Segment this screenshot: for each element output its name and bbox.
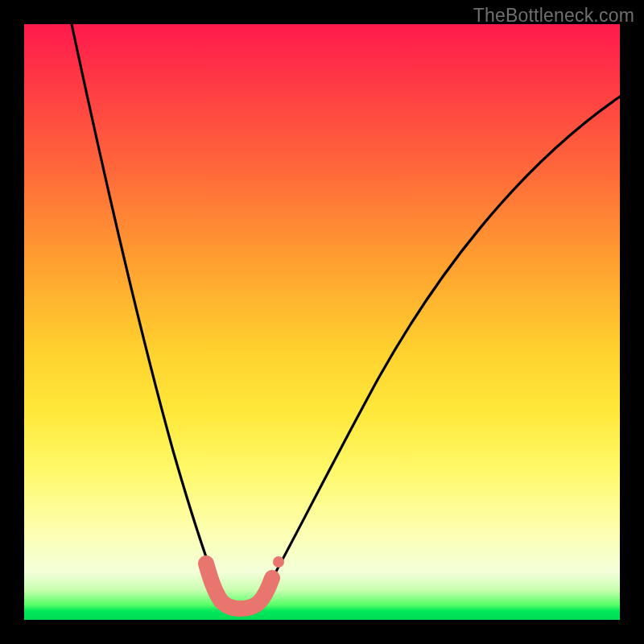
valley-highlight xyxy=(206,564,272,609)
bottleneck-curve xyxy=(72,24,620,608)
chart-frame: TheBottleneck.com xyxy=(0,0,644,644)
chart-curves xyxy=(0,0,644,644)
valley-end-dot xyxy=(273,556,284,568)
watermark-text: TheBottleneck.com xyxy=(473,5,634,27)
